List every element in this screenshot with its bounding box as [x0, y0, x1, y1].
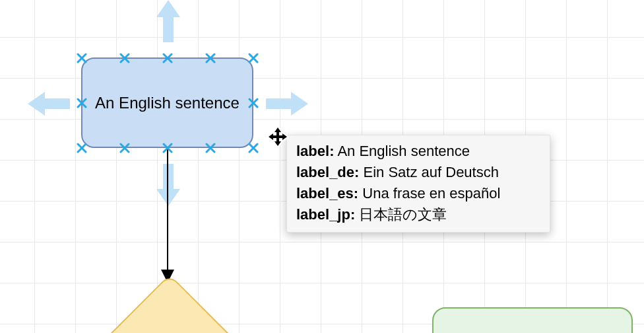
direction-arrow-left-icon [28, 92, 70, 116]
tooltip-key: label_de: [296, 164, 359, 180]
svg-line-23 [249, 144, 257, 152]
tooltip-value: 日本語の文章 [359, 206, 447, 223]
tooltip-key: label: [296, 143, 334, 159]
green-node[interactable] [432, 307, 633, 333]
direction-arrow-right-icon [266, 92, 308, 116]
tooltip-key: label_jp: [296, 206, 355, 223]
direction-arrow-down-icon [156, 164, 180, 206]
tooltip-key: label_es: [296, 185, 358, 202]
svg-line-15 [78, 144, 86, 152]
svg-line-14 [78, 144, 86, 152]
diamond-node[interactable] [79, 274, 260, 333]
svg-line-9 [249, 54, 257, 62]
tooltip-value: An English sentence [337, 143, 470, 159]
edge[interactable] [167, 148, 168, 274]
tooltip-row: label_es: Una frase en español [296, 183, 540, 204]
tooltip-value: Una frase en español [362, 185, 500, 202]
tooltip-row: label_de: Ein Satz auf Deutsch [296, 162, 540, 183]
selected-node[interactable]: An English sentence [81, 57, 253, 148]
tooltip-row: label_jp: 日本語の文章 [296, 204, 540, 225]
svg-line-8 [249, 54, 257, 62]
node-label: An English sentence [95, 94, 240, 112]
svg-line-22 [249, 144, 257, 152]
selection-handle[interactable] [248, 143, 259, 153]
move-cursor-icon [268, 127, 288, 147]
diagram-canvas[interactable]: An English sentence label: An English se… [0, 0, 644, 333]
tooltip-row: label: An English sentence [296, 141, 540, 162]
properties-tooltip: label: An English sentence label_de: Ein… [286, 135, 550, 233]
tooltip-value: Ein Satz auf Deutsch [364, 164, 499, 180]
direction-arrow-up-icon [156, 0, 180, 42]
